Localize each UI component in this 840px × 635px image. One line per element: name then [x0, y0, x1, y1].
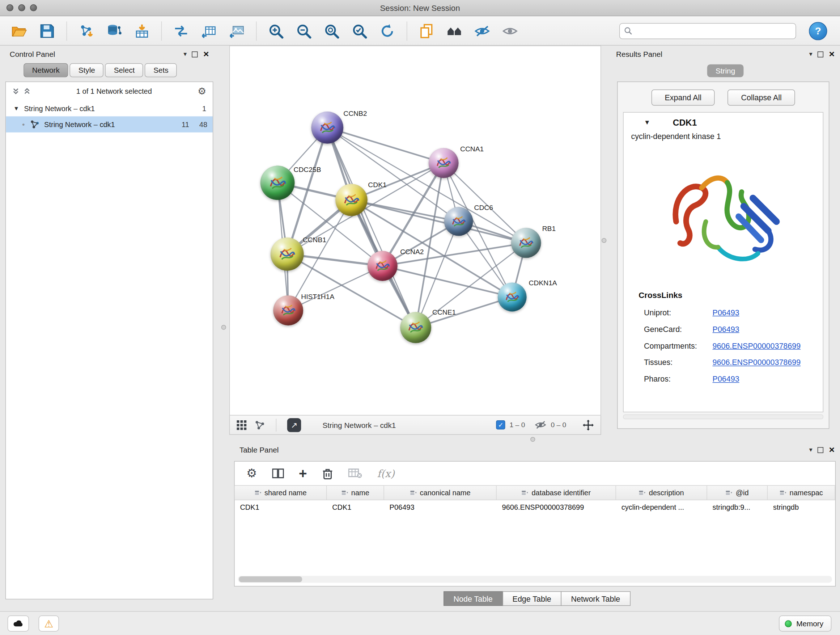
- tab-edge-table[interactable]: Edge Table: [502, 591, 561, 606]
- expand-all-icon[interactable]: [24, 87, 30, 95]
- network-node-cdk1[interactable]: [335, 184, 368, 216]
- left-splitter-handle[interactable]: [221, 325, 226, 329]
- birds-eye-view-button[interactable]: [236, 420, 247, 431]
- network-node-ccnb2[interactable]: [311, 111, 343, 144]
- open-session-button[interactable]: [8, 19, 31, 42]
- zoom-in-button[interactable]: [264, 19, 287, 42]
- zoom-window-button[interactable]: [30, 4, 37, 11]
- column-header-description[interactable]: description: [616, 486, 707, 500]
- export-table-button[interactable]: [197, 19, 221, 42]
- scrollbar-thumb[interactable]: [239, 576, 302, 582]
- crosslink-value-link[interactable]: P06493: [713, 308, 739, 317]
- tab-string[interactable]: String: [707, 65, 744, 78]
- delete-column-button[interactable]: [322, 467, 333, 480]
- network-node-ccnb1[interactable]: [271, 238, 304, 271]
- save-session-button[interactable]: [35, 19, 59, 42]
- create-column-button[interactable]: +: [299, 466, 307, 480]
- help-button[interactable]: ?: [809, 22, 827, 40]
- window-controls: [6, 4, 37, 11]
- network-edge[interactable]: [382, 266, 512, 297]
- panel-menu-icon[interactable]: ▾: [809, 50, 813, 58]
- table-row[interactable]: CDK1CDK1P064939606.ENSP00000378699cyclin…: [235, 500, 835, 516]
- home-button[interactable]: [442, 19, 466, 42]
- cloud-status-button[interactable]: [8, 616, 29, 631]
- import-network-from-file-button[interactable]: [74, 19, 98, 42]
- network-edge[interactable]: [327, 127, 444, 163]
- column-header--id[interactable]: @id: [707, 486, 767, 500]
- panel-float-icon[interactable]: [192, 51, 198, 57]
- panel-close-icon[interactable]: ×: [203, 49, 209, 59]
- tab-sets[interactable]: Sets: [145, 63, 177, 78]
- table-horizontal-scrollbar[interactable]: [238, 576, 832, 583]
- network-node-cdc6[interactable]: [444, 207, 473, 236]
- network-node-ccna2[interactable]: [368, 251, 398, 281]
- search-box[interactable]: [619, 23, 796, 39]
- panel-close-icon[interactable]: ×: [829, 445, 835, 455]
- bottom-splitter-handle[interactable]: [531, 437, 535, 442]
- new-network-from-selection-button[interactable]: [169, 19, 193, 42]
- column-header-canonical-name[interactable]: canonical name: [384, 486, 497, 500]
- duplicate-network-button[interactable]: [415, 19, 438, 42]
- zoom-fit-button[interactable]: [320, 19, 343, 42]
- network-row-selected[interactable]: ● String Network – cdk1 11 48: [6, 116, 213, 132]
- hide-selected-button[interactable]: [470, 19, 494, 42]
- network-canvas[interactable]: CCNB2CCNA1CDC25BCDK1CDC6RB1CCNB1CCNA2CDK…: [229, 46, 601, 416]
- import-network-from-database-button[interactable]: [103, 19, 126, 42]
- column-header-database-identifier[interactable]: database identifier: [497, 486, 616, 500]
- panel-float-icon[interactable]: [818, 447, 824, 453]
- tab-network-table[interactable]: Network Table: [561, 591, 630, 606]
- refresh-view-button[interactable]: [376, 19, 399, 42]
- network-edge[interactable]: [287, 127, 327, 254]
- zoom-selected-button[interactable]: [347, 19, 371, 42]
- network-type-button[interactable]: [254, 420, 265, 431]
- fit-content-crosshair-button[interactable]: [583, 419, 594, 431]
- minimize-window-button[interactable]: [18, 4, 25, 11]
- network-node-ccna1[interactable]: [429, 148, 459, 178]
- import-table-from-file-button[interactable]: [130, 19, 154, 42]
- tab-style[interactable]: Style: [70, 63, 103, 78]
- right-splitter-handle[interactable]: [602, 238, 606, 243]
- table-settings-button[interactable]: ⚙: [246, 467, 257, 479]
- export-image-button[interactable]: [225, 19, 248, 42]
- network-collection-row[interactable]: ▼ String Network – cdk1 1: [6, 100, 213, 116]
- expand-all-button[interactable]: Expand All: [652, 89, 715, 105]
- tab-node-table[interactable]: Node Table: [443, 591, 503, 606]
- tree-expand-icon[interactable]: ▼: [13, 105, 19, 111]
- search-input[interactable]: [635, 27, 791, 35]
- crosslink-value-link[interactable]: P06493: [713, 325, 739, 333]
- toggle-columns-button[interactable]: [272, 468, 284, 479]
- collapse-all-icon[interactable]: [12, 87, 19, 95]
- network-node-rb1[interactable]: [511, 228, 541, 258]
- gene-section-header[interactable]: ▼ CDK1: [624, 112, 823, 132]
- crosslink-value-link[interactable]: 9606.ENSP00000378699: [713, 341, 801, 350]
- panel-close-icon[interactable]: ×: [829, 49, 835, 59]
- results-scrollbar[interactable]: [623, 415, 823, 419]
- crosslink-value-link[interactable]: P06493: [713, 374, 739, 383]
- panel-float-icon[interactable]: [818, 51, 824, 57]
- column-header-namespac[interactable]: namespac: [767, 486, 835, 500]
- network-edge[interactable]: [351, 200, 526, 242]
- collapse-all-button[interactable]: Collapse All: [728, 89, 795, 105]
- crosslink-value-link[interactable]: 9606.ENSP00000378699: [713, 358, 801, 366]
- network-node-hist1h1a[interactable]: [273, 295, 303, 325]
- tab-network[interactable]: Network: [24, 63, 68, 78]
- tab-select[interactable]: Select: [105, 63, 143, 78]
- column-header-name[interactable]: name: [327, 486, 384, 500]
- memory-button[interactable]: Memory: [779, 616, 831, 631]
- panel-menu-icon[interactable]: ▾: [183, 50, 187, 58]
- show-hidden-button[interactable]: [498, 19, 522, 42]
- column-header-shared-name[interactable]: shared name: [235, 486, 327, 500]
- network-edge[interactable]: [327, 127, 416, 327]
- warnings-button[interactable]: ⚠: [39, 616, 59, 631]
- zoom-out-button[interactable]: [292, 19, 316, 42]
- selected-checkbox-icon[interactable]: ✓: [496, 420, 505, 429]
- panel-menu-icon[interactable]: ▾: [809, 446, 813, 454]
- network-options-gear-icon[interactable]: ⚙: [197, 86, 206, 96]
- close-window-button[interactable]: [6, 4, 13, 11]
- export-view-button[interactable]: ↗: [287, 418, 302, 432]
- section-collapse-icon[interactable]: ▼: [644, 119, 651, 126]
- network-edge[interactable]: [288, 266, 383, 310]
- network-node-ccne1[interactable]: [400, 312, 431, 343]
- network-node-cdkn1a[interactable]: [498, 282, 527, 311]
- network-node-cdc25b[interactable]: [261, 166, 295, 200]
